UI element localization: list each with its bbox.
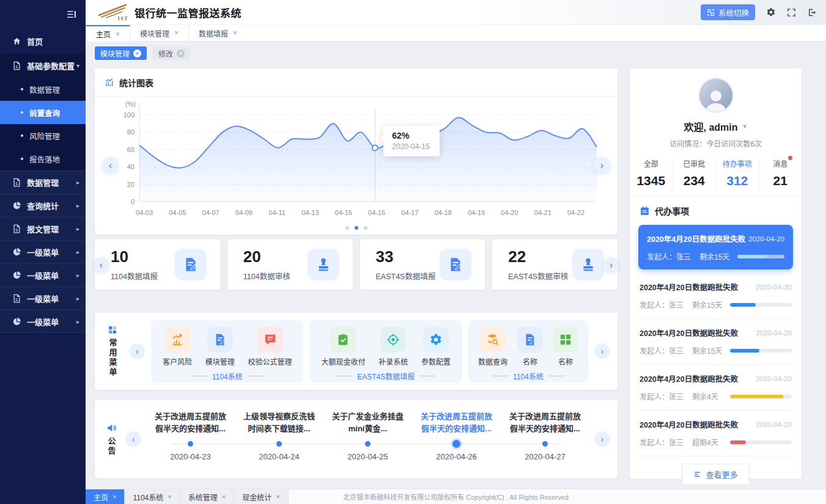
line-chart[interactable]: 020406080100(%)04-0304-0504-0704-0904-11…	[104, 97, 608, 225]
pagination-dot[interactable]	[364, 226, 367, 230]
todo-item[interactable]: 2020年4月20日数据跑批失败2020-04-20 发起人：张三超期4天	[640, 411, 792, 456]
sidebar-item-pre-query[interactable]: 前置查询	[0, 101, 86, 124]
sidebar-item-level1-menu-2[interactable]: 一级菜单 ▸	[0, 263, 86, 287]
todo-item[interactable]: 2020年4月20日数据跑批失败2020-04-20 发起人：张三剩余15天	[640, 273, 792, 319]
quick-item-supplement-system[interactable]: 补录系统	[378, 327, 408, 367]
gear-icon	[423, 327, 449, 352]
announcement-item-title: 关于广发金业务挂盘mini黄金...	[330, 411, 406, 436]
quick-menu-prev-button[interactable]: ‹	[129, 343, 145, 359]
sidebar-item-data-management[interactable]: 数据管理	[0, 78, 86, 101]
sidebar-item-base-param-config[interactable]: 基础参数配置 ▾	[0, 53, 86, 78]
quick-item-name-1[interactable]: 名称	[517, 327, 543, 367]
stat-card-east4s-filling[interactable]: 33EAST4S数据填报	[360, 239, 485, 290]
announcement-item[interactable]: 关于改进周五提前放假半天的安排通知... 2020-04-27	[501, 411, 589, 478]
close-icon[interactable]: ×	[112, 493, 116, 500]
sidebar-item-level1-menu-1[interactable]: 一级菜单 ▸	[0, 240, 86, 263]
gear-icon[interactable]	[766, 7, 776, 17]
quick-item-customer-risk[interactable]: 客户风险	[163, 327, 192, 367]
sidebar-item-label: 查询统计	[27, 200, 59, 211]
close-icon[interactable]: ×	[276, 493, 279, 500]
todo-list-icon	[640, 206, 650, 216]
todo-date: 2020-04-20	[756, 421, 792, 428]
close-icon[interactable]: ×	[174, 29, 179, 37]
fullscreen-icon[interactable]	[787, 8, 796, 17]
close-icon[interactable]: ×	[233, 29, 237, 37]
bottom-tab-home[interactable]: 主页×	[86, 489, 125, 504]
close-icon[interactable]: ×	[116, 30, 120, 38]
announcement-item[interactable]: 关于改进周五提前放假半天的安排通知... 2020-04-23	[146, 411, 235, 478]
chip-modify[interactable]: 修改×	[153, 46, 190, 60]
chart-next-button[interactable]: ›	[594, 157, 610, 173]
announcement-item[interactable]: 上级领导视察反洗钱时间表下载链接... 2020-04-24	[235, 411, 323, 478]
chart-pagination	[95, 225, 618, 230]
page-title: 银行统一监管报送系统	[135, 5, 242, 20]
menu-fold-icon[interactable]	[65, 9, 77, 20]
tab-label: 现金统计	[242, 492, 271, 502]
announcement-item-active[interactable]: 关于改进周五提前放假半天的安排通知... 2020-04-26	[412, 411, 501, 478]
view-more-button[interactable]: 查看更多	[682, 464, 749, 485]
bottom-tab-system-mgmt[interactable]: 系统管理×	[180, 489, 234, 504]
timeline-dot	[365, 441, 371, 447]
chip-module-management[interactable]: 模块管理×	[95, 46, 147, 60]
todo-title: 2020年4月20日数据跑批失败	[640, 327, 738, 338]
announcement-item-date: 2020-04-24	[241, 452, 317, 461]
stat-all[interactable]: 全部 1345	[630, 158, 673, 188]
todo-item[interactable]: 2020年4月20日数据跑批失败2020-04-20 发起人：张三剩余15天	[640, 319, 792, 365]
stat-messages[interactable]: 消息 21	[759, 158, 802, 188]
welcome-text: 欢迎, admin	[684, 119, 738, 134]
pagination-dot-active[interactable]	[355, 226, 358, 230]
bottom-tab-cash-stats[interactable]: 现金统计×	[234, 489, 288, 504]
user-menu[interactable]: 欢迎, admin ▼	[630, 119, 802, 134]
quick-menu-next-button[interactable]: ›	[594, 343, 610, 359]
sidebar-item-level1-menu-4[interactable]: 一级菜单 ▸	[0, 310, 86, 333]
stat-card-east4s-audit[interactable]: 22EAST4S数据审核	[492, 239, 618, 290]
quick-item-large-cash[interactable]: 大额现金收付	[321, 327, 365, 367]
stats-prev-button[interactable]: ‹	[94, 257, 109, 272]
quick-item-param-config[interactable]: 参数配置	[421, 327, 451, 367]
sidebar-item-report-landing[interactable]: 报告落地	[0, 147, 86, 170]
view-more-label: 查看更多	[706, 469, 737, 480]
bottom-tab-1104[interactable]: 1104系统×	[125, 489, 180, 504]
chevron-down-icon: ▼	[742, 123, 748, 130]
quick-item-module-management[interactable]: 模块管理	[205, 327, 235, 367]
sidebar-item-data-management-2[interactable]: 数据管理 ▸	[0, 170, 86, 194]
todo-item-active[interactable]: 2020年4月20日数据跑批失败2020-04-20 发起人：张三剩余15天	[638, 225, 793, 269]
chart-prev-button[interactable]: ‹	[102, 157, 119, 173]
close-icon[interactable]: ×	[222, 493, 226, 500]
todo-sender: 发起人：张三	[640, 391, 692, 401]
announcement-next-button[interactable]: ›	[594, 431, 610, 447]
sidebar-item-message-management[interactable]: 报文管理 ▸	[0, 217, 86, 240]
sidebar-item-home[interactable]: 首页	[0, 29, 86, 53]
todo-item[interactable]: 2020年4月20日数据跑批失败2020-04-20 发起人：张三剩余4天	[640, 365, 792, 411]
announcement-prev-button[interactable]: ‹	[125, 431, 141, 447]
quick-item-name-2[interactable]: 名称	[553, 327, 578, 367]
stat-card-1104-audit[interactable]: 201104数据审核	[227, 239, 353, 290]
announcement-item-title: 关于改进周五提前放假半天的安排通知...	[418, 411, 495, 436]
stat-card-1104-filling[interactable]: 101104数据填报	[95, 239, 220, 290]
quick-item-formula-check[interactable]: 校验公式管理	[248, 327, 292, 367]
tab-data-filling[interactable]: 数据填报×	[188, 25, 247, 41]
stat-value: 1345	[630, 173, 673, 188]
logout-icon[interactable]	[807, 8, 816, 17]
close-icon[interactable]: ×	[168, 493, 171, 500]
close-icon[interactable]: ×	[177, 49, 185, 57]
tab-home[interactable]: 主页×	[86, 25, 130, 42]
stats-next-button[interactable]: ›	[603, 257, 619, 272]
sidebar-item-label: 基础参数配置	[27, 60, 75, 71]
svg-text:80: 80	[127, 128, 135, 136]
bullet-icon	[21, 134, 23, 137]
announcement-item[interactable]: 关于广发金业务挂盘mini黄金... 2020-04-25	[323, 411, 412, 478]
sidebar-item-level1-menu-3[interactable]: 一级菜单 ▸	[0, 287, 86, 310]
stat-approved[interactable]: 已审批 234	[673, 158, 716, 188]
avatar[interactable]	[698, 78, 734, 113]
pagination-dot[interactable]	[345, 226, 349, 230]
system-switch-button[interactable]: 系统切换	[701, 4, 755, 20]
svg-text:40: 40	[127, 163, 135, 170]
tab-module-management[interactable]: 模块管理×	[130, 25, 188, 41]
quick-item-data-query[interactable]: 数据查询	[478, 327, 507, 367]
logo-text: IST	[117, 15, 128, 21]
sidebar-item-query-stats[interactable]: 查询统计 ▸	[0, 194, 86, 217]
close-icon[interactable]: ×	[133, 49, 141, 57]
stat-todo[interactable]: 待办事项 312	[715, 158, 759, 188]
sidebar-item-risk-management[interactable]: 风险管理	[0, 124, 86, 147]
